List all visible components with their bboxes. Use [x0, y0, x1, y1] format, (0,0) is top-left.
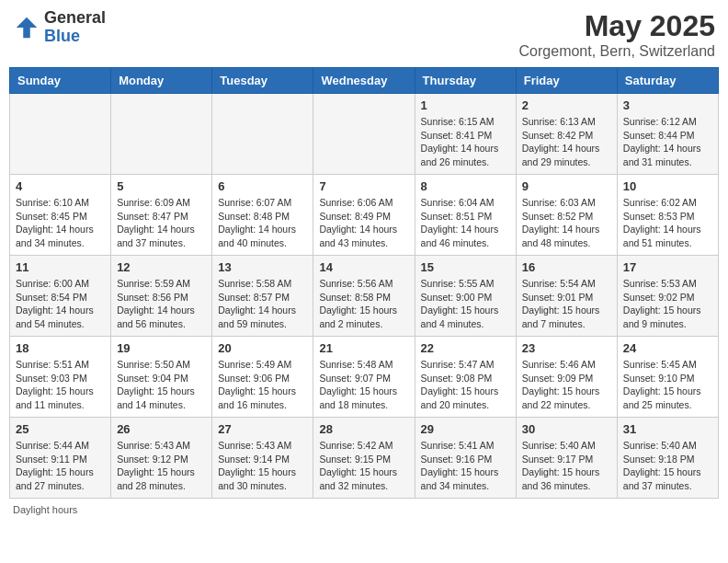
- calendar-header: SundayMondayTuesdayWednesdayThursdayFrid…: [10, 68, 719, 94]
- day-cell: 20Sunrise: 5:49 AMSunset: 9:06 PMDayligh…: [212, 337, 313, 418]
- day-info: Sunrise: 5:55 AMSunset: 9:00 PMDaylight:…: [421, 277, 510, 331]
- day-info: Sunrise: 5:43 AMSunset: 9:14 PMDaylight:…: [218, 439, 307, 493]
- day-number: 12: [117, 260, 206, 274]
- day-number: 1: [421, 98, 510, 112]
- day-number: 5: [117, 179, 206, 193]
- day-info: Sunrise: 6:00 AMSunset: 8:54 PMDaylight:…: [16, 277, 105, 331]
- day-info: Sunrise: 5:49 AMSunset: 9:06 PMDaylight:…: [218, 358, 307, 412]
- day-cell: 2Sunrise: 6:13 AMSunset: 8:42 PMDaylight…: [516, 94, 617, 175]
- day-info: Sunrise: 6:06 AMSunset: 8:49 PMDaylight:…: [319, 196, 408, 250]
- day-number: 24: [623, 341, 712, 355]
- day-number: 20: [218, 341, 307, 355]
- day-cell: 25Sunrise: 5:44 AMSunset: 9:11 PMDayligh…: [10, 418, 111, 499]
- day-info: Sunrise: 6:07 AMSunset: 8:48 PMDaylight:…: [218, 196, 307, 250]
- day-info: Sunrise: 5:42 AMSunset: 9:15 PMDaylight:…: [319, 439, 408, 493]
- week-row-3: 11Sunrise: 6:00 AMSunset: 8:54 PMDayligh…: [10, 256, 719, 337]
- day-cell: 17Sunrise: 5:53 AMSunset: 9:02 PMDayligh…: [617, 256, 718, 337]
- day-cell: 29Sunrise: 5:41 AMSunset: 9:16 PMDayligh…: [415, 418, 516, 499]
- day-number: 14: [319, 260, 408, 274]
- day-cell: 13Sunrise: 5:58 AMSunset: 8:57 PMDayligh…: [212, 256, 313, 337]
- day-cell: 23Sunrise: 5:46 AMSunset: 9:09 PMDayligh…: [516, 337, 617, 418]
- day-number: 7: [319, 179, 408, 193]
- day-info: Sunrise: 5:41 AMSunset: 9:16 PMDaylight:…: [421, 439, 510, 493]
- day-number: 23: [522, 341, 611, 355]
- day-info: Sunrise: 6:10 AMSunset: 8:45 PMDaylight:…: [16, 196, 105, 250]
- day-number: 16: [522, 260, 611, 274]
- day-number: 19: [117, 341, 206, 355]
- day-cell: [212, 94, 313, 175]
- day-cell: 21Sunrise: 5:48 AMSunset: 9:07 PMDayligh…: [313, 337, 415, 418]
- day-cell: 7Sunrise: 6:06 AMSunset: 8:49 PMDaylight…: [313, 175, 415, 256]
- day-number: 18: [16, 341, 105, 355]
- day-info: Sunrise: 5:45 AMSunset: 9:10 PMDaylight:…: [623, 358, 712, 412]
- day-info: Sunrise: 5:43 AMSunset: 9:12 PMDaylight:…: [117, 439, 206, 493]
- day-cell: 18Sunrise: 5:51 AMSunset: 9:03 PMDayligh…: [10, 337, 111, 418]
- day-info: Sunrise: 5:40 AMSunset: 9:18 PMDaylight:…: [623, 439, 712, 493]
- day-info: Sunrise: 5:58 AMSunset: 8:57 PMDaylight:…: [218, 277, 307, 331]
- day-info: Sunrise: 6:03 AMSunset: 8:52 PMDaylight:…: [522, 196, 611, 250]
- day-header-friday: Friday: [516, 68, 617, 94]
- day-cell: 9Sunrise: 6:03 AMSunset: 8:52 PMDaylight…: [516, 175, 617, 256]
- day-info: Sunrise: 6:02 AMSunset: 8:53 PMDaylight:…: [623, 196, 712, 250]
- day-cell: 8Sunrise: 6:04 AMSunset: 8:51 PMDaylight…: [415, 175, 516, 256]
- day-cell: 27Sunrise: 5:43 AMSunset: 9:14 PMDayligh…: [212, 418, 313, 499]
- logo-general-text: General: [44, 8, 106, 27]
- day-number: 25: [16, 422, 105, 436]
- footer-note: Daylight hours: [9, 504, 719, 515]
- day-info: Sunrise: 6:15 AMSunset: 8:41 PMDaylight:…: [421, 115, 510, 169]
- day-number: 6: [218, 179, 307, 193]
- day-header-saturday: Saturday: [617, 68, 718, 94]
- location-title: Corgemont, Bern, Switzerland: [519, 43, 715, 60]
- svg-marker-0: [17, 17, 38, 39]
- day-info: Sunrise: 5:40 AMSunset: 9:17 PMDaylight:…: [522, 439, 611, 493]
- day-cell: 15Sunrise: 5:55 AMSunset: 9:00 PMDayligh…: [415, 256, 516, 337]
- day-number: 13: [218, 260, 307, 274]
- day-cell: 26Sunrise: 5:43 AMSunset: 9:12 PMDayligh…: [111, 418, 212, 499]
- day-cell: 12Sunrise: 5:59 AMSunset: 8:56 PMDayligh…: [111, 256, 212, 337]
- day-cell: 22Sunrise: 5:47 AMSunset: 9:08 PMDayligh…: [415, 337, 516, 418]
- week-row-1: 1Sunrise: 6:15 AMSunset: 8:41 PMDaylight…: [10, 94, 719, 175]
- day-info: Sunrise: 5:59 AMSunset: 8:56 PMDaylight:…: [117, 277, 206, 331]
- day-cell: 5Sunrise: 6:09 AMSunset: 8:47 PMDaylight…: [111, 175, 212, 256]
- day-info: Sunrise: 5:47 AMSunset: 9:08 PMDaylight:…: [421, 358, 510, 412]
- day-info: Sunrise: 5:48 AMSunset: 9:07 PMDaylight:…: [319, 358, 408, 412]
- day-header-monday: Monday: [111, 68, 212, 94]
- logo-blue-text: Blue: [44, 27, 80, 45]
- daylight-label: Daylight hours: [13, 504, 77, 515]
- logo: General Blue: [13, 9, 106, 46]
- day-cell: 28Sunrise: 5:42 AMSunset: 9:15 PMDayligh…: [313, 418, 415, 499]
- day-cell: 11Sunrise: 6:00 AMSunset: 8:54 PMDayligh…: [10, 256, 111, 337]
- day-number: 9: [522, 179, 611, 193]
- days-row: SundayMondayTuesdayWednesdayThursdayFrid…: [10, 68, 719, 94]
- day-info: Sunrise: 5:44 AMSunset: 9:11 PMDaylight:…: [16, 439, 105, 493]
- calendar-body: 1Sunrise: 6:15 AMSunset: 8:41 PMDaylight…: [10, 94, 719, 499]
- day-info: Sunrise: 5:53 AMSunset: 9:02 PMDaylight:…: [623, 277, 712, 331]
- day-cell: 14Sunrise: 5:56 AMSunset: 8:58 PMDayligh…: [313, 256, 415, 337]
- day-info: Sunrise: 5:51 AMSunset: 9:03 PMDaylight:…: [16, 358, 105, 412]
- day-cell: 31Sunrise: 5:40 AMSunset: 9:18 PMDayligh…: [617, 418, 718, 499]
- day-number: 28: [319, 422, 408, 436]
- day-header-wednesday: Wednesday: [313, 68, 415, 94]
- day-info: Sunrise: 6:09 AMSunset: 8:47 PMDaylight:…: [117, 196, 206, 250]
- day-number: 10: [623, 179, 712, 193]
- day-cell: [10, 94, 111, 175]
- day-number: 31: [623, 422, 712, 436]
- day-cell: [313, 94, 415, 175]
- day-cell: 6Sunrise: 6:07 AMSunset: 8:48 PMDaylight…: [212, 175, 313, 256]
- day-number: 29: [421, 422, 510, 436]
- logo-icon: [13, 14, 40, 41]
- title-area: May 2025 Corgemont, Bern, Switzerland: [519, 9, 715, 60]
- day-cell: [111, 94, 212, 175]
- calendar-table: SundayMondayTuesdayWednesdayThursdayFrid…: [9, 67, 719, 499]
- day-cell: 19Sunrise: 5:50 AMSunset: 9:04 PMDayligh…: [111, 337, 212, 418]
- month-title: May 2025: [519, 9, 715, 43]
- day-number: 21: [319, 341, 408, 355]
- day-number: 27: [218, 422, 307, 436]
- day-number: 11: [16, 260, 105, 274]
- week-row-5: 25Sunrise: 5:44 AMSunset: 9:11 PMDayligh…: [10, 418, 719, 499]
- day-info: Sunrise: 5:56 AMSunset: 8:58 PMDaylight:…: [319, 277, 408, 331]
- week-row-2: 4Sunrise: 6:10 AMSunset: 8:45 PMDaylight…: [10, 175, 719, 256]
- week-row-4: 18Sunrise: 5:51 AMSunset: 9:03 PMDayligh…: [10, 337, 719, 418]
- day-cell: 4Sunrise: 6:10 AMSunset: 8:45 PMDaylight…: [10, 175, 111, 256]
- day-number: 8: [421, 179, 510, 193]
